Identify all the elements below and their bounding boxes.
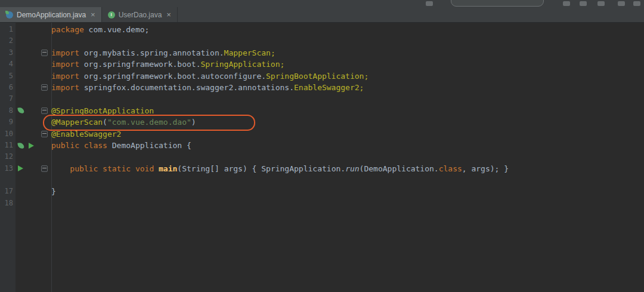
top-toolbar — [0, 0, 644, 7]
fold-column — [39, 105, 49, 116]
java-interface-icon: I — [108, 11, 115, 19]
fold-column — [39, 140, 49, 151]
code-line: 3import org.mybatis.spring.annotation.Ma… — [0, 47, 644, 59]
tab-label: DemoApplication.java — [17, 11, 86, 19]
code-line: 10@EnableSwagger2 — [0, 128, 644, 140]
toolbar-icon[interactable] — [580, 1, 587, 6]
fold-marker[interactable] — [41, 84, 48, 91]
code-line — [0, 174, 644, 186]
fold-column — [39, 47, 49, 59]
line-number[interactable]: 5 — [0, 70, 13, 82]
line-number[interactable]: 7 — [0, 93, 13, 104]
code-line: 2 — [0, 35, 644, 47]
gutter-icons — [13, 198, 39, 209]
fold-column — [39, 24, 49, 35]
fold-column — [39, 93, 49, 104]
toolbar-icon[interactable] — [633, 1, 640, 6]
fold-marker[interactable] — [41, 165, 48, 172]
spring-bean-icon[interactable] — [17, 107, 24, 114]
line-number[interactable]: 13 — [0, 163, 13, 174]
line-number[interactable]: 12 — [0, 151, 13, 162]
gutter-icons — [13, 163, 39, 174]
fold-column — [39, 186, 49, 197]
line-number[interactable]: 11 — [0, 140, 13, 151]
gutter-icons — [13, 116, 39, 128]
code-text: } — [49, 186, 56, 197]
gutter-icons — [13, 186, 39, 197]
tab-demoapplication[interactable]: DemoApplication.java × — [0, 7, 102, 22]
line-number[interactable]: 9 — [0, 116, 13, 128]
gutter-icons — [13, 47, 39, 59]
gutter-icons — [13, 93, 39, 104]
gutter-icons — [13, 24, 39, 35]
code-text — [49, 151, 51, 162]
code-line: 4import org.springframework.boot.SpringA… — [0, 59, 644, 70]
line-number[interactable]: 6 — [0, 82, 13, 93]
tab-userdao[interactable]: I UserDao.java × — [102, 7, 178, 22]
line-number[interactable]: 1 — [0, 24, 13, 35]
fold-column — [39, 128, 49, 140]
code-text: @SpringBootApplication — [49, 105, 154, 116]
toolbar-icon[interactable] — [563, 1, 570, 6]
code-text: import org.springframework.boot.SpringAp… — [49, 59, 284, 70]
code-text: import springfox.documentation.swagger2.… — [49, 82, 364, 93]
toolbar-icon[interactable] — [618, 1, 625, 6]
line-number[interactable]: 2 — [0, 35, 13, 47]
code-text: @EnableSwagger2 — [49, 128, 121, 140]
fold-column — [39, 198, 49, 209]
gutter-icons — [13, 128, 39, 140]
code-text: public static void main(String[] args) {… — [49, 163, 509, 174]
fold-marker[interactable] — [41, 107, 48, 114]
code-line: 6import springfox.documentation.swagger2… — [0, 82, 644, 93]
close-icon[interactable]: × — [166, 11, 171, 19]
fold-column — [39, 59, 49, 70]
run-icon[interactable] — [29, 143, 34, 149]
toolbar-search-input[interactable] — [451, 0, 544, 7]
code-editor[interactable]: 1package com.vue.demo;23import org.mybat… — [0, 23, 644, 292]
code-line: 9@MapperScan("com.vue.demo.dao") — [0, 116, 644, 128]
gutter-icons — [13, 174, 39, 186]
toolbar-icon[interactable] — [426, 1, 433, 6]
fold-column — [39, 35, 49, 47]
code-text: package com.vue.demo; — [49, 24, 149, 35]
code-line: 18 — [0, 198, 644, 209]
fold-column — [39, 174, 49, 186]
fold-column — [39, 151, 49, 162]
gutter-icons — [13, 35, 39, 47]
toolbar-icon[interactable] — [597, 1, 605, 6]
fold-column — [39, 116, 49, 128]
code-text: public class DemoApplication { — [49, 140, 191, 151]
code-line: 12 — [0, 151, 644, 162]
gutter-icons — [13, 59, 39, 70]
fold-marker[interactable] — [41, 50, 48, 56]
code-line: 1package com.vue.demo; — [0, 24, 644, 35]
run-icon[interactable] — [18, 165, 23, 171]
code-text — [49, 35, 51, 47]
line-number[interactable]: 18 — [0, 198, 13, 209]
fold-column — [39, 163, 49, 174]
gutter-icons — [13, 140, 39, 151]
code-line: 13 public static void main(String[] args… — [0, 163, 644, 174]
gutter-icons — [13, 82, 39, 93]
fold-column — [39, 82, 49, 93]
code-line: 11public class DemoApplication { — [0, 140, 644, 151]
code-line: 8@SpringBootApplication — [0, 105, 644, 116]
code-text — [49, 198, 51, 209]
editor-tab-bar: DemoApplication.java × I UserDao.java × — [0, 7, 644, 23]
ide-window: DemoApplication.java × I UserDao.java × … — [0, 0, 644, 292]
code-line: 17} — [0, 186, 644, 197]
fold-marker[interactable] — [41, 131, 48, 137]
line-number[interactable]: 3 — [0, 47, 13, 59]
close-icon[interactable]: × — [91, 11, 95, 19]
line-number[interactable] — [0, 174, 13, 186]
code-line: 5import org.springframework.boot.autocon… — [0, 70, 644, 82]
line-number[interactable]: 8 — [0, 105, 13, 116]
spring-bean-icon[interactable] — [17, 142, 24, 149]
line-number[interactable]: 17 — [0, 186, 13, 197]
code-text: import org.springframework.boot.autoconf… — [49, 70, 369, 82]
code-text: @MapperScan("com.vue.demo.dao") — [49, 116, 196, 128]
line-number[interactable]: 4 — [0, 59, 13, 70]
line-number[interactable]: 10 — [0, 128, 13, 140]
fold-column — [39, 70, 49, 82]
gutter-icons — [13, 70, 39, 82]
